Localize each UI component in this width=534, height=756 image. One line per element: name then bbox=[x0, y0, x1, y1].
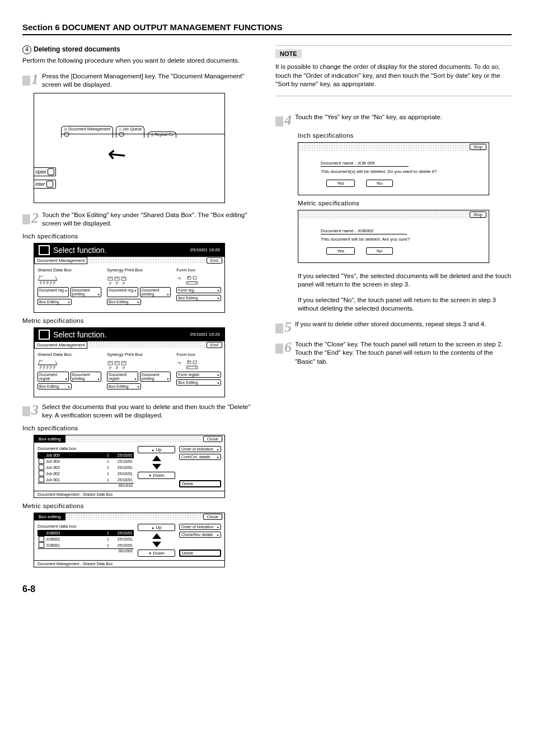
stop-button[interactable]: Stop bbox=[470, 212, 486, 218]
up-button[interactable]: ▲ Up bbox=[138, 446, 175, 453]
doc-mgmt-tab[interactable]: Document Management bbox=[34, 257, 87, 264]
step-1: 1 Press the [Document Management] key. T… bbox=[22, 72, 259, 90]
printer-label: inter bbox=[34, 180, 56, 189]
down-button[interactable]: ▼ Down bbox=[138, 472, 175, 479]
box-editing-title: Box editing bbox=[34, 435, 65, 443]
form-box-icon bbox=[176, 274, 221, 285]
box-editing-panel-inch: Box editingClose Document data box Job 0… bbox=[34, 435, 225, 498]
box-editing-button-3[interactable]: Box Editing bbox=[176, 379, 221, 386]
form-reg-button[interactable]: Form registr. bbox=[176, 372, 221, 378]
metric-spec-label-3: Metric specifications bbox=[298, 200, 512, 206]
box-editing-button[interactable]: Box Editing bbox=[38, 383, 72, 389]
delete-button[interactable]: Delete bbox=[179, 550, 221, 557]
step-4: 4 Touch the "Yes" key or the "No" key, a… bbox=[275, 113, 512, 128]
check-details-button[interactable]: Check/Rev details bbox=[179, 532, 221, 538]
doc-reg-button-2[interactable]: Document registr. bbox=[107, 372, 138, 382]
doc-reg-button[interactable]: Document registr. bbox=[38, 372, 69, 382]
document-list: Document data box JOB003125/10/01JOB0021… bbox=[38, 524, 134, 557]
metric-spec-label-2: Metric specifications bbox=[22, 503, 259, 509]
circled-number-4: 4 bbox=[22, 45, 31, 54]
list-item[interactable]: Job 002125/10/01 bbox=[38, 471, 134, 477]
note-label: NOTE bbox=[275, 49, 302, 58]
close-button[interactable]: Close bbox=[203, 514, 222, 520]
shared-box-icon bbox=[38, 274, 101, 285]
no-button[interactable]: No bbox=[366, 180, 393, 187]
doc-reg-button[interactable]: Document reg. bbox=[38, 287, 69, 297]
box-editing-button[interactable]: Box Editing bbox=[38, 299, 72, 305]
close-button[interactable]: Close bbox=[203, 436, 222, 442]
list-item[interactable]: JOB002125/10/01 bbox=[38, 536, 134, 542]
form-box-icon bbox=[176, 359, 221, 370]
doc-mgmt-tab[interactable]: Document Management bbox=[34, 341, 87, 349]
synergy-box-icon bbox=[107, 359, 171, 370]
select-function-panel-metric: Select function.25/10/01 19:20 Document … bbox=[34, 327, 225, 397]
list-item[interactable]: JOB001125/10/01 bbox=[38, 542, 134, 548]
yes-button[interactable]: Yes bbox=[326, 180, 355, 187]
timestamp: 25/10/01 19:20 bbox=[190, 247, 220, 252]
step-1-text: Press the [Document Management] key. The… bbox=[42, 72, 259, 90]
doc-icon bbox=[39, 471, 44, 476]
doc-icon bbox=[39, 464, 44, 470]
list-pagination: 001/010 bbox=[38, 483, 134, 487]
synergy-box-icon bbox=[107, 274, 171, 285]
no-button[interactable]: No bbox=[366, 247, 393, 255]
box-editing-button-2[interactable]: Box Editing bbox=[107, 299, 141, 305]
step-5: 5 If you want to delete other stored doc… bbox=[275, 320, 512, 335]
svg-rect-0 bbox=[108, 277, 113, 280]
doc-print-button[interactable]: Document printing bbox=[71, 287, 102, 297]
list-item[interactable]: Job 004125/10/01 bbox=[38, 458, 134, 464]
doc-name-line: Document name : JOB 005 bbox=[321, 161, 409, 167]
arrow-icon: ↖ bbox=[101, 138, 132, 170]
order-button[interactable]: Order of indication bbox=[179, 446, 221, 452]
box-editing-button-2[interactable]: Box Editing bbox=[107, 383, 141, 389]
step-6: 6 Touch the "Close" key. The touch panel… bbox=[275, 340, 512, 367]
doc-icon bbox=[39, 452, 44, 458]
down-button[interactable]: ▼ Down bbox=[138, 550, 175, 557]
delete-button[interactable]: Delete bbox=[179, 480, 221, 487]
svg-rect-2 bbox=[121, 277, 126, 280]
shared-box-icon bbox=[38, 359, 101, 370]
box-editing-title: Box editing bbox=[34, 513, 65, 520]
note-text: It is possible to change the order of di… bbox=[275, 63, 512, 89]
screen-icon bbox=[39, 330, 50, 340]
left-column: 4Deleting stored documents Perform the f… bbox=[22, 45, 259, 567]
select-function-panel-inch: Select function.25/10/01 19:20 Document … bbox=[34, 243, 225, 313]
list-item[interactable]: Job 003125/10/01 bbox=[38, 464, 134, 471]
end-button[interactable]: End bbox=[207, 257, 222, 264]
form-reg-button[interactable]: Form reg. bbox=[176, 287, 221, 293]
document-list: Document data box Job 005125/10/01Job 00… bbox=[38, 446, 134, 487]
order-button[interactable]: Order of indication bbox=[179, 524, 221, 530]
list-pagination: 001/003 bbox=[38, 548, 134, 553]
stop-button[interactable]: Stop bbox=[470, 144, 486, 150]
cont-details-button[interactable]: Cont/Cnt. details bbox=[179, 454, 221, 460]
sub-heading: 4Deleting stored documents bbox=[22, 45, 259, 54]
synergy-box-hdr: Synergy Print Box bbox=[107, 267, 171, 273]
doc-print-button-2[interactable]: Document printing bbox=[140, 372, 171, 382]
step-number-5: 5 bbox=[284, 320, 292, 335]
doc-print-button-2[interactable]: Document printing bbox=[140, 287, 171, 297]
list-item[interactable]: Job 001125/10/01 bbox=[38, 477, 134, 483]
shared-data-box-hdr: Shared Data Box bbox=[38, 267, 101, 273]
doc-reg-button-2[interactable]: Document reg. bbox=[107, 287, 138, 297]
step-5-text: If you want to delete other stored docum… bbox=[295, 320, 486, 335]
doc-print-button[interactable]: Document printing bbox=[71, 372, 102, 382]
intro-text: Perform the following procedure when you… bbox=[22, 57, 259, 65]
confirm-message: This document will be deleted. Are you s… bbox=[321, 237, 483, 242]
doc-icon bbox=[39, 458, 44, 464]
step-number-2: 2 bbox=[31, 211, 39, 226]
list-item[interactable]: Job 005125/10/01 bbox=[38, 452, 134, 458]
yes-button[interactable]: Yes bbox=[326, 247, 355, 255]
doc-icon bbox=[39, 477, 44, 482]
page-number: 6-8 bbox=[22, 584, 512, 594]
triangle-down-icon bbox=[152, 542, 161, 547]
up-button[interactable]: ▲ Up bbox=[138, 524, 175, 531]
end-button[interactable]: End bbox=[207, 342, 222, 348]
inch-spec-label-3: Inch specifications bbox=[298, 132, 512, 139]
step-2: 2 Touch the "Box Editing" key under "Sha… bbox=[22, 211, 259, 228]
box-editing-button-3[interactable]: Box Editing bbox=[176, 295, 221, 301]
box-editing-panel-metric: Box editingClose Document data box JOB00… bbox=[34, 513, 225, 567]
step-4-result-no: If you selected "No", the touch panel wi… bbox=[298, 296, 512, 313]
step-3-text: Select the documents that you want to de… bbox=[42, 403, 259, 420]
confirm-panel-inch: Stop Document name : JOB 005 This docume… bbox=[298, 142, 489, 195]
list-item[interactable]: JOB003125/10/01 bbox=[38, 530, 134, 536]
